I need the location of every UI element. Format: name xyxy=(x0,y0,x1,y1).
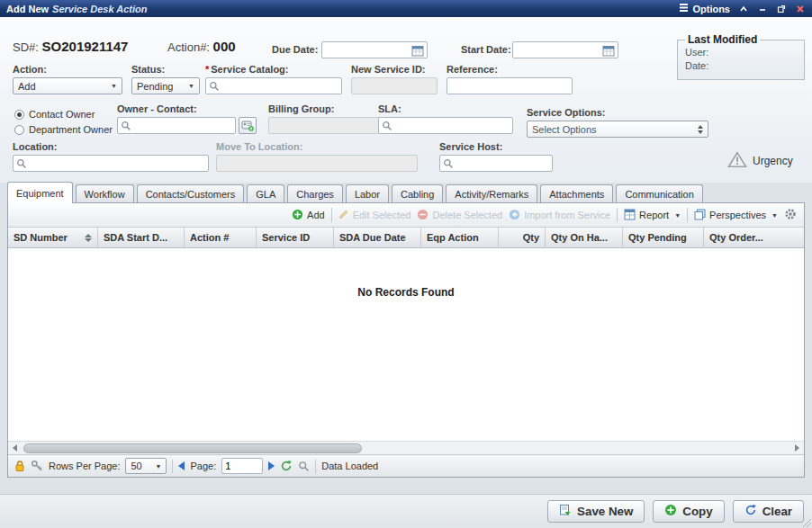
delete-selected-button: Delete Selected xyxy=(417,209,502,222)
search-records-icon[interactable] xyxy=(298,461,310,472)
toolbar-separator xyxy=(617,208,618,222)
reference-input[interactable] xyxy=(450,78,569,94)
tab-attachments[interactable]: Attachments xyxy=(540,184,613,203)
tab-activity-remarks[interactable]: Activity/Remarks xyxy=(446,184,537,203)
column-header-qty-pending[interactable]: Qty Pending xyxy=(623,228,704,247)
column-label: Qty Order... xyxy=(709,232,763,243)
location-input[interactable] xyxy=(30,156,205,171)
column-header-action-number[interactable]: Action # xyxy=(185,228,257,247)
owner-contact-group: Owner - Contact: xyxy=(117,103,257,134)
previous-page-button[interactable] xyxy=(178,461,185,470)
lock-icon[interactable] xyxy=(14,460,25,472)
scroll-right-button[interactable] xyxy=(790,444,804,452)
options-icon xyxy=(679,3,689,14)
scrollbar-thumb[interactable] xyxy=(23,443,362,453)
column-header-eqp-action[interactable]: Eqp Action xyxy=(421,228,499,247)
last-modified-group: Last Modified User: Date: xyxy=(677,33,805,80)
due-date-field xyxy=(321,41,428,58)
tab-contacts-customers[interactable]: Contacts/Customers xyxy=(137,184,245,203)
urgency-indicator[interactable]: Urgency xyxy=(727,151,793,170)
status-select[interactable]: Pending ▼ xyxy=(131,77,200,94)
tab-cabling[interactable]: Cabling xyxy=(392,184,443,203)
page-number-input[interactable] xyxy=(221,458,263,474)
empty-message: No Records Found xyxy=(8,286,804,299)
key-icon[interactable] xyxy=(31,460,43,472)
column-label: Qty Pending xyxy=(628,232,687,243)
contact-owner-radio[interactable]: Contact Owner xyxy=(14,109,113,120)
rows-per-page-select[interactable]: 50 ▼ xyxy=(125,458,167,474)
tab-workflow[interactable]: Workflow xyxy=(76,184,134,203)
column-header-sda-start-date[interactable]: SDA Start D... xyxy=(98,228,185,247)
service-options-select[interactable]: Select Options xyxy=(527,121,708,138)
page-label: Page: xyxy=(190,461,216,471)
owner-contact-field xyxy=(117,117,236,134)
grid-settings-button[interactable] xyxy=(784,208,797,222)
action-select[interactable]: Add ▼ xyxy=(13,77,122,94)
action-number-value: 000 xyxy=(213,39,236,54)
service-host-label: Service Host: xyxy=(439,141,553,152)
column-header-qty-on-hand[interactable]: Qty On Ha... xyxy=(546,228,623,247)
add-contact-button[interactable] xyxy=(239,117,257,134)
due-date-input[interactable] xyxy=(325,42,409,58)
tab-charges[interactable]: Charges xyxy=(287,184,343,203)
horizontal-scrollbar[interactable] xyxy=(8,441,804,454)
search-icon xyxy=(209,81,220,92)
column-header-qty[interactable]: Qty xyxy=(499,228,546,247)
sla-input[interactable] xyxy=(395,118,510,133)
service-catalog-label: Service Catalog: xyxy=(211,64,288,75)
delete-icon xyxy=(417,209,429,222)
report-button[interactable]: Report ▼ xyxy=(624,209,681,222)
column-header-sda-due-date[interactable]: SDA Due Date xyxy=(334,228,421,247)
calendar-icon[interactable] xyxy=(411,44,424,57)
new-service-id-group: New Service ID: xyxy=(351,64,438,94)
perspectives-button[interactable]: Perspectives ▼ xyxy=(694,209,778,222)
action-number-label: Action#: xyxy=(167,40,210,54)
owner-radio-group: Contact Owner Department Owner xyxy=(14,109,113,139)
column-header-sd-number[interactable]: SD Number xyxy=(8,228,98,247)
gear-icon xyxy=(784,208,797,222)
billing-group-label: Billing Group: xyxy=(268,103,383,114)
column-header-service-id[interactable]: Service ID xyxy=(257,228,334,247)
last-modified-user-label: User: xyxy=(685,47,797,58)
refresh-icon[interactable] xyxy=(280,460,293,472)
add-icon xyxy=(292,209,303,222)
minimize-button[interactable] xyxy=(757,4,768,14)
close-button[interactable] xyxy=(795,4,806,14)
add-button[interactable]: Add xyxy=(292,209,325,222)
billing-group-group: Billing Group: xyxy=(268,103,383,134)
pencil-icon xyxy=(338,209,349,221)
service-host-field xyxy=(439,155,553,172)
column-label: Service ID xyxy=(262,232,310,243)
tab-communication[interactable]: Communication xyxy=(616,184,702,203)
save-new-button[interactable]: Save New xyxy=(547,500,645,523)
scroll-left-button[interactable] xyxy=(8,444,22,452)
tab-labor[interactable]: Labor xyxy=(346,184,389,203)
service-catalog-input[interactable] xyxy=(222,78,338,94)
next-page-button[interactable] xyxy=(268,461,275,470)
move-to-location-input xyxy=(220,156,414,171)
tab-equipment[interactable]: Equipment xyxy=(7,182,73,203)
resize-grip[interactable] xyxy=(802,518,811,527)
column-header-qty-ordered[interactable]: Qty Order... xyxy=(704,228,804,247)
clear-button[interactable]: Clear xyxy=(733,500,804,523)
tab-gla[interactable]: GLA xyxy=(247,184,284,203)
search-icon xyxy=(16,158,27,169)
titlebar-controls: Options xyxy=(679,3,806,14)
options-button[interactable]: Options xyxy=(679,3,730,14)
service-catalog-label-wrap: *Service Catalog: xyxy=(205,64,342,75)
service-host-input[interactable] xyxy=(456,156,549,171)
column-label: SDA Start D... xyxy=(104,232,167,243)
pager-separator xyxy=(172,460,173,473)
rows-per-page-value: 50 xyxy=(131,461,141,471)
collapse-button[interactable] xyxy=(738,4,749,14)
scrollbar-track[interactable] xyxy=(22,443,790,454)
service-options-label: Service Options: xyxy=(527,107,708,118)
calendar-icon[interactable] xyxy=(602,44,615,57)
department-owner-radio[interactable]: Department Owner xyxy=(14,124,113,135)
copy-button[interactable]: Copy xyxy=(653,500,724,523)
owner-contact-input[interactable] xyxy=(134,118,232,133)
billing-group-field xyxy=(268,117,383,134)
popout-button[interactable] xyxy=(776,4,787,14)
start-date-input[interactable] xyxy=(516,42,600,58)
tab-label: Charges xyxy=(296,189,334,200)
